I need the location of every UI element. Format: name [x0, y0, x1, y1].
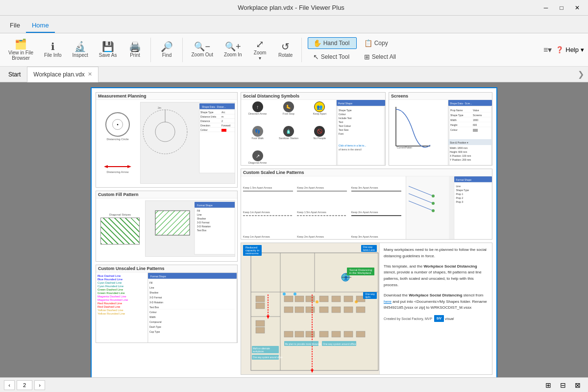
- print-button[interactable]: 🖨️ Print: [123, 39, 147, 60]
- find-button[interactable]: 🔎 Find: [155, 39, 178, 60]
- file-info-button[interactable]: ℹ File Info: [40, 39, 66, 60]
- custom-scaled-panel: Custom Scaled Line Patterns Keep 1.5m Ap…: [241, 169, 492, 240]
- rotate-icon: ↺: [281, 42, 290, 51]
- hand-tool-button[interactable]: ✋ Hand Tool: [308, 37, 357, 49]
- zoom-in-button[interactable]: 🔍+ Zoom In: [220, 40, 246, 60]
- inspect-button[interactable]: 🔬 Inspect: [68, 39, 93, 60]
- settings-icon[interactable]: ≡▾: [543, 45, 552, 54]
- select-all-button[interactable]: ⊞ Select All: [359, 51, 408, 63]
- custom-unscaled-panel: Custom Unscaled Line Patterns Blue Dashe…: [96, 265, 238, 343]
- tabs-overflow-button[interactable]: ❯: [578, 70, 588, 79]
- svg-text:Format Shape: Format Shape: [150, 275, 166, 278]
- screens-title: Screens: [389, 93, 492, 100]
- page-number-input[interactable]: [17, 380, 32, 390]
- svg-text:1800: 1800: [473, 119, 478, 122]
- zoom-in-icon: 🔍+: [225, 42, 241, 51]
- menu-home[interactable]: Home: [26, 19, 55, 33]
- save-as-button[interactable]: 💾 Save As: [95, 39, 122, 60]
- svg-rect-5: [199, 109, 235, 173]
- svg-rect-125: [256, 296, 265, 302]
- close-tab-button[interactable]: ✕: [88, 71, 92, 77]
- inspect-icon: 🔬: [74, 42, 86, 51]
- page-next-button[interactable]: ›: [34, 380, 45, 390]
- help-circle-icon: ❓: [556, 46, 564, 53]
- svg-rect-127: [256, 320, 265, 326]
- maximize-button[interactable]: □: [555, 2, 568, 13]
- zoom-button[interactable]: ⤢ Zoom▾: [248, 37, 272, 63]
- svg-rect-132: [284, 307, 293, 313]
- svg-rect-133: [295, 307, 304, 313]
- svg-text:Shadow: Shadow: [197, 217, 206, 220]
- svg-text:X Position: 100 mm: X Position: 100 mm: [450, 154, 471, 157]
- svg-text:👤: 👤: [343, 275, 348, 280]
- svg-text:Text Colour: Text Colour: [339, 124, 351, 127]
- window-title: Workplace plan.vdx - File Viewer Plus: [43, 4, 539, 11]
- svg-rect-136: [332, 296, 341, 302]
- svg-text:Line: Line: [197, 213, 202, 216]
- svg-text:Be plan to provide more distan: Be plan to provide more distance...: [285, 343, 323, 345]
- svg-point-150: [283, 293, 286, 295]
- svg-text:of items in the stencil: of items in the stencil: [339, 148, 362, 151]
- help-button[interactable]: ❓ Help ▾: [556, 46, 584, 53]
- zoom-out-button[interactable]: 🔍− Zoom Out: [187, 40, 217, 60]
- svg-rect-141: [344, 307, 353, 313]
- tool-buttons-group: ✋ Hand Tool 📋 Copy ↖ Select Tool ⊞ Selec…: [308, 37, 408, 63]
- screens-diagram-svg: CurrentPatten: [391, 102, 446, 166]
- minimize-button[interactable]: ─: [539, 2, 553, 13]
- measurement-diagram-svg: Shape Data - Distan... Shape Type Arc Di…: [141, 102, 235, 183]
- view-in-file-browser-button[interactable]: 🗂️ View in FileBrowser: [4, 37, 38, 63]
- tabs-bar: Start Workplace plan.vdx ✕ ❯: [0, 67, 588, 82]
- svg-rect-36: [155, 211, 190, 235]
- copy-icon: 📋: [364, 39, 372, 47]
- page-prev-button[interactable]: ‹: [4, 380, 15, 390]
- svg-text:Fill: Fill: [149, 281, 152, 284]
- info-text-column: Many workplaces need to be re-planned to…: [379, 243, 492, 374]
- copy-button[interactable]: 📋 Copy: [359, 37, 408, 49]
- svg-text:Colour: Colour: [149, 311, 157, 314]
- menu-file[interactable]: File: [4, 19, 26, 33]
- svg-text:Prop 1: Prop 1: [456, 193, 464, 196]
- fit-page-button[interactable]: ⊞: [542, 379, 555, 391]
- svg-text:Height: 600 mm: Height: 600 mm: [450, 150, 467, 153]
- svg-point-110: [432, 202, 435, 205]
- svg-text:Text Box: Text Box: [197, 229, 207, 232]
- fit-width-button[interactable]: ⊟: [557, 379, 569, 391]
- svg-text:Format Shape: Format Shape: [197, 204, 213, 207]
- svg-rect-139: [319, 307, 328, 313]
- svg-text:Colour: Colour: [339, 113, 346, 116]
- social-shape-panel-svg: Portal Shape Shape Type Colour Include T…: [337, 100, 385, 166]
- tab-workplace-plan[interactable]: Workplace plan.vdx ✕: [27, 67, 98, 82]
- line-pattern-5: Keep 1.5m Apart Arrows: [297, 203, 349, 226]
- svg-text:Width: 1800 mm: Width: 1800 mm: [450, 147, 467, 149]
- actual-size-button[interactable]: ⊠: [571, 379, 584, 391]
- svg-rect-130: [295, 296, 304, 302]
- close-button[interactable]: ✕: [570, 2, 584, 13]
- svg-text:Fill: Fill: [197, 209, 200, 212]
- find-icon: 🔎: [161, 42, 173, 51]
- folder-icon: 🗂️: [15, 39, 27, 49]
- svg-point-111: [432, 209, 435, 212]
- svg-text:m: m: [221, 115, 223, 118]
- rotate-button[interactable]: ↺ Rotate: [274, 39, 297, 60]
- fill-pattern-demo: [100, 218, 140, 245]
- window-controls: ─ □ ✕: [539, 2, 584, 13]
- download-link[interactable]: here: [384, 299, 392, 304]
- line-pattern-4: Keep 1m Apart Arrows: [243, 203, 295, 226]
- tab-start[interactable]: Start: [2, 67, 27, 82]
- svg-text:Portal Shape: Portal Shape: [338, 102, 352, 105]
- svg-text:CurrentPatten: CurrentPatten: [397, 146, 412, 149]
- svg-text:600: 600: [473, 123, 477, 126]
- svg-text:Text Size: Text Size: [339, 128, 349, 131]
- svg-text:Text: Text: [339, 121, 343, 123]
- select-tool-button[interactable]: ↖ Select Tool: [308, 51, 357, 63]
- svg-text:One way system around office: One way system around office: [253, 356, 283, 359]
- svg-text:2: 2: [221, 120, 223, 122]
- distancing-circle-diagram: ●: [105, 112, 130, 137]
- svg-text:Distance Units: Distance Units: [200, 115, 217, 118]
- title-bar: Workplace plan.vdx - File Viewer Plus ─ …: [0, 0, 588, 16]
- separator-3: [301, 38, 302, 62]
- svg-rect-147: [332, 331, 341, 337]
- svg-rect-135: [319, 296, 328, 302]
- svg-text:Include Text: Include Text: [339, 117, 352, 120]
- custom-unscaled-title: Custom Unscaled Line Patterns: [96, 265, 237, 272]
